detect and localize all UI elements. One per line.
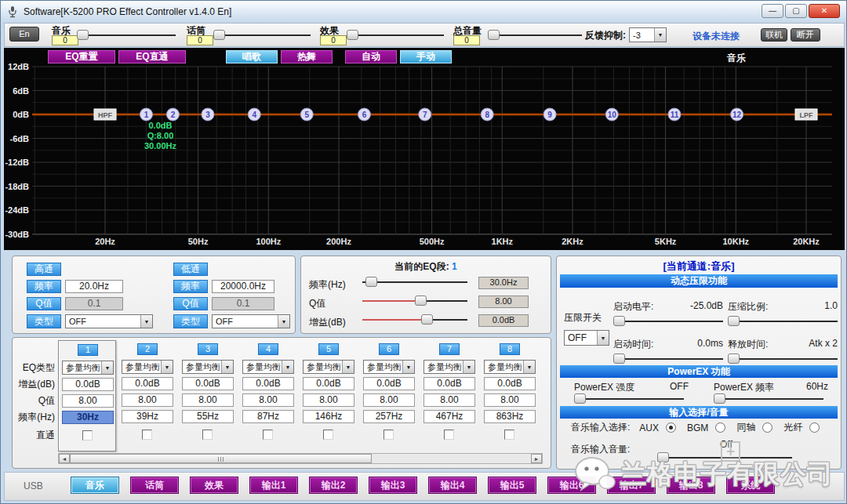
chevron-down-icon[interactable]: ▼ (101, 361, 113, 374)
band-bypass-checkbox[interactable] (263, 430, 273, 440)
powerex-frequency-slider[interactable] (714, 393, 823, 404)
band-number-button[interactable]: 4 (258, 343, 278, 355)
band-freq-slider[interactable] (362, 277, 467, 287)
minimize-button[interactable]: — (762, 4, 783, 18)
slider-thumb[interactable] (213, 30, 225, 40)
band-gain-cell[interactable]: 0.0dB (363, 377, 415, 390)
band-bypass-checkbox[interactable] (323, 430, 333, 440)
channel-tab-话筒[interactable]: 话筒 (130, 477, 179, 494)
slider-thumb[interactable] (728, 316, 740, 326)
band-gain-cell[interactable]: 0.0dB (424, 377, 475, 390)
band-freq-cell[interactable]: 39Hz (122, 410, 173, 423)
band-q-cell[interactable]: 8.00 (122, 393, 173, 407)
channel-tab-输出7[interactable]: 输出7 (607, 477, 656, 494)
volume-slider-1[interactable] (77, 30, 176, 40)
chevron-down-icon[interactable]: ▼ (463, 361, 474, 373)
band-freq-cell[interactable]: 467Hz (424, 410, 475, 423)
band-gain-cell[interactable]: 0.0dB (62, 378, 114, 391)
channel-tab-输出2[interactable]: 输出2 (309, 477, 358, 494)
slider-thumb[interactable] (421, 314, 433, 325)
band-bypass-checkbox[interactable] (202, 430, 213, 440)
slider-thumb[interactable] (415, 296, 427, 306)
eq-bypass-button[interactable]: EQ直通 (118, 50, 186, 63)
channel-tab-输出5[interactable]: 输出5 (488, 477, 536, 494)
input-volume-slider[interactable] (657, 452, 792, 462)
channel-tab-系统[interactable]: 系统 (726, 477, 775, 494)
chevron-down-icon[interactable]: ▼ (523, 361, 535, 373)
volume-value-4[interactable]: 0 (453, 35, 480, 45)
band-q-cell[interactable]: 8.00 (182, 393, 234, 407)
slider-thumb[interactable] (365, 277, 377, 287)
chevron-down-icon[interactable]: ▼ (282, 361, 293, 373)
band-bypass-checkbox[interactable] (82, 430, 93, 441)
lowpass-freq-input[interactable]: 20000.0Hz (212, 280, 274, 293)
chevron-down-icon[interactable]: ▼ (597, 331, 609, 345)
chevron-down-icon[interactable]: ▼ (140, 315, 152, 328)
feedback-suppression-select[interactable]: -3 ▼ (629, 27, 667, 42)
volume-slider-3[interactable] (347, 30, 444, 40)
chevron-down-icon[interactable]: ▼ (221, 361, 233, 373)
eq-reset-button[interactable]: EQ重置 (48, 50, 115, 63)
preset-dance-button[interactable]: 热舞 (281, 50, 333, 63)
band-type-select[interactable]: 参量均衡▼ (484, 360, 536, 374)
table-horizontal-scrollbar[interactable]: ◂ ▸ (58, 453, 543, 464)
band-type-select[interactable]: 参量均衡▼ (182, 360, 234, 374)
band-number-button[interactable]: 8 (500, 343, 520, 355)
band-type-select[interactable]: 参量均衡▼ (62, 361, 114, 375)
band-freq-cell[interactable]: 55Hz (182, 410, 234, 423)
release-time-slider[interactable] (728, 354, 838, 364)
band-q-slider[interactable] (362, 296, 467, 306)
volume-value-3[interactable]: 0 (320, 35, 347, 45)
eq-curve-plot[interactable]: 12dB6dB0dB-6dB-12dB-18dB-24dB-30dB20Hz50… (4, 48, 845, 250)
input-option-radio[interactable] (809, 422, 820, 433)
close-button[interactable]: ✕ (809, 4, 840, 18)
band-q-cell[interactable]: 8.00 (424, 393, 475, 407)
band-gain-cell[interactable]: 0.0dB (242, 377, 294, 390)
slider-thumb[interactable] (77, 30, 89, 40)
band-number-button[interactable]: 6 (379, 343, 399, 355)
scroll-left-icon[interactable]: ◂ (59, 454, 70, 463)
band-number-button[interactable]: 7 (439, 343, 460, 355)
slider-thumb[interactable] (714, 393, 725, 404)
band-bypass-checkbox[interactable] (504, 430, 514, 440)
volume-slider-4[interactable] (488, 30, 582, 40)
slider-thumb[interactable] (488, 30, 500, 40)
slider-thumb[interactable] (613, 354, 625, 364)
band-gain-cell[interactable]: 0.0dB (484, 377, 536, 390)
chevron-down-icon[interactable]: ▼ (402, 361, 414, 373)
input-option-radio[interactable] (762, 422, 772, 433)
band-freq-cell[interactable]: 30Hz (62, 411, 114, 424)
band-q-cell[interactable]: 8.00 (484, 393, 536, 407)
band-freq-cell[interactable]: 863Hz (484, 410, 536, 423)
scroll-right-icon[interactable]: ▸ (531, 454, 542, 463)
band-gain-cell[interactable]: 0.0dB (122, 377, 173, 390)
band-type-select[interactable]: 参量均衡▼ (122, 360, 173, 374)
attack-level-slider[interactable] (613, 316, 723, 326)
comp-ratio-slider[interactable] (728, 316, 838, 326)
channel-tab-输出1[interactable]: 输出1 (249, 477, 298, 494)
band-gain-cell[interactable]: 0.0dB (182, 377, 234, 390)
band-q-cell[interactable]: 8.00 (62, 394, 114, 408)
band-q-cell[interactable]: 8.00 (303, 393, 354, 407)
band-freq-cell[interactable]: 87Hz (242, 410, 294, 423)
channel-tab-效果[interactable]: 效果 (190, 477, 238, 494)
preset-sing-button[interactable]: 唱歌 (226, 50, 278, 63)
volume-value-1[interactable]: 0 (52, 35, 78, 45)
chevron-down-icon[interactable]: ▼ (342, 361, 354, 373)
limiter-switch-select[interactable]: OFF ▼ (564, 330, 609, 346)
band-type-select[interactable]: 参量均衡▼ (242, 360, 294, 374)
band-freq-cell[interactable]: 146Hz (303, 410, 354, 423)
band-type-select[interactable]: 参量均衡▼ (424, 360, 475, 374)
band-bypass-checkbox[interactable] (142, 430, 152, 440)
band-gain-cell[interactable]: 0.0dB (303, 377, 354, 390)
channel-tab-输出3[interactable]: 输出3 (369, 477, 417, 494)
highpass-freq-input[interactable]: 20.0Hz (65, 280, 123, 293)
band-number-button[interactable]: 2 (137, 343, 158, 355)
maximize-button[interactable]: ▢ (785, 4, 807, 18)
volume-value-2[interactable]: 0 (187, 35, 213, 45)
channel-tab-输出4[interactable]: 输出4 (428, 477, 477, 494)
highpass-type-select[interactable]: OFF ▼ (65, 314, 153, 328)
volume-slider-2[interactable] (213, 30, 311, 40)
language-button[interactable]: En (9, 27, 39, 42)
input-option-radio[interactable] (666, 422, 676, 433)
